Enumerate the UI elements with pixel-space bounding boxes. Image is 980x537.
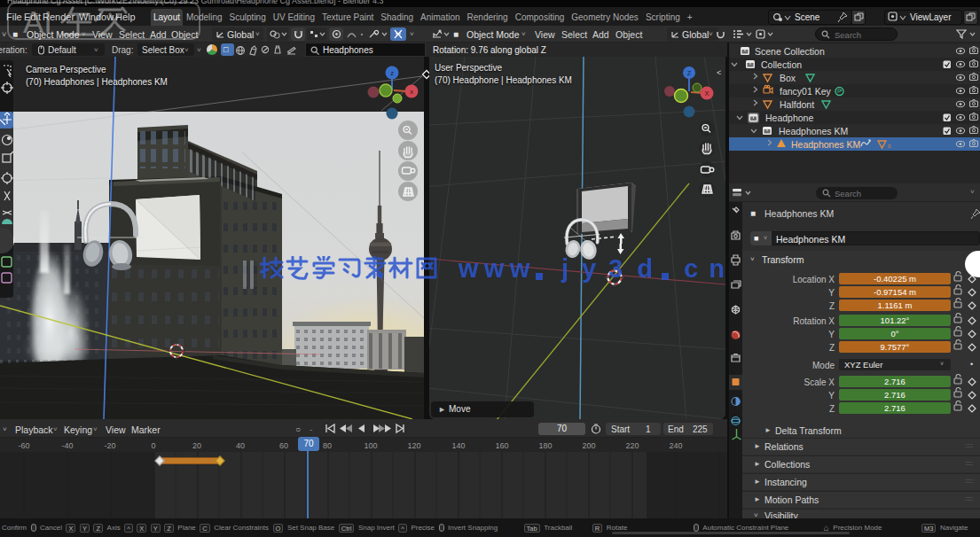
- svg-text:Z: Z: [687, 69, 692, 77]
- svg-text:z: z: [390, 69, 394, 77]
- svg-text:0: 0: [888, 144, 891, 149]
- svg-text:x: x: [410, 88, 413, 96]
- svg-text:X: X: [704, 90, 709, 97]
